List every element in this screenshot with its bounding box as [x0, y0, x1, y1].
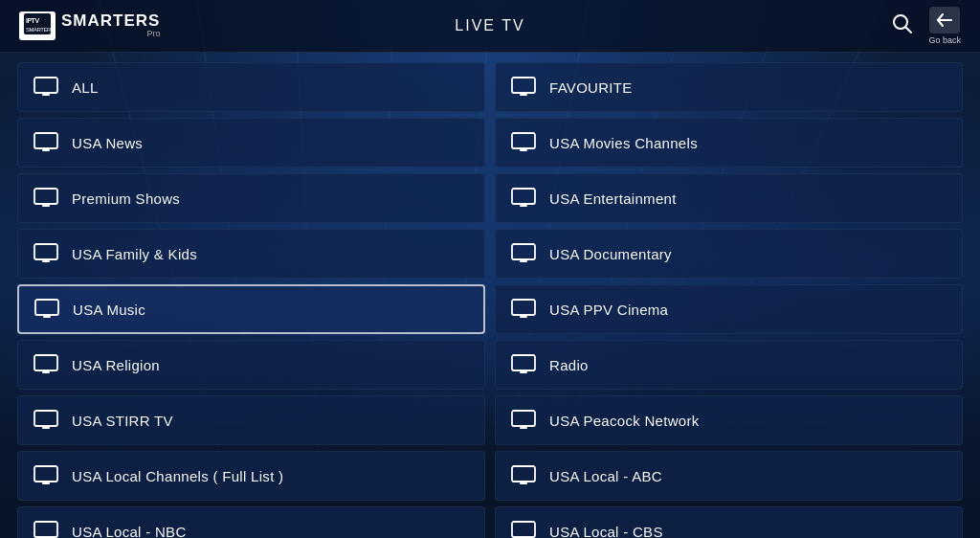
channel-name: FAVOURITE [549, 79, 633, 96]
channel-name: USA Peacock Network [549, 413, 700, 429]
svg-rect-57 [512, 522, 535, 537]
channel-name: USA Entertainment [549, 191, 677, 207]
go-back-label: Go back [928, 35, 961, 45]
logo-pro-text: Pro [61, 30, 160, 39]
svg-text:IPTV: IPTV [26, 17, 39, 24]
go-back-button[interactable]: Go back [928, 7, 961, 45]
tv-icon [33, 410, 58, 431]
logo-iptv: IPTV SMARTERS [19, 11, 56, 39]
tv-icon [511, 77, 536, 98]
svg-rect-18 [35, 300, 58, 315]
svg-rect-42 [512, 244, 535, 259]
channel-item-favourite[interactable]: FAVOURITE [495, 62, 963, 112]
left-column: ALL USA News Premium Shows USA Family & … [17, 62, 485, 528]
tv-icon [33, 465, 58, 486]
svg-rect-13 [42, 205, 50, 207]
main-content: ALL USA News Premium Shows USA Family & … [0, 53, 980, 538]
logo: IPTV SMARTERS SMARTERS Pro [19, 11, 160, 39]
svg-rect-28 [42, 482, 50, 484]
channel-item-usa-documentary[interactable]: USA Documentary [495, 229, 963, 279]
channel-item-usa-stirr-tv[interactable]: USA STIRR TV [17, 395, 485, 445]
svg-rect-21 [34, 355, 57, 370]
channel-item-usa-entertainment[interactable]: USA Entertainment [495, 173, 963, 223]
channel-name: USA Movies Channels [549, 135, 698, 151]
svg-rect-34 [520, 94, 527, 96]
channel-item-usa-peacock[interactable]: USA Peacock Network [495, 395, 963, 445]
channel-item-usa-local-abc[interactable]: USA Local - ABC [495, 451, 963, 501]
channel-name: Premium Shows [72, 191, 180, 207]
svg-rect-51 [512, 411, 535, 426]
channel-item-usa-family-kids[interactable]: USA Family & Kids [17, 229, 485, 279]
channel-item-usa-local-nbc[interactable]: USA Local - NBC [17, 506, 485, 538]
tv-icon [511, 188, 536, 209]
channel-name: ALL [72, 79, 99, 96]
svg-rect-39 [512, 189, 535, 204]
svg-rect-48 [512, 355, 535, 370]
tv-icon [33, 243, 58, 264]
tv-icon [511, 132, 536, 153]
go-back-icon [929, 7, 960, 34]
svg-rect-15 [34, 244, 57, 259]
logo-smarters-text: SMARTERS [61, 12, 160, 31]
svg-rect-46 [520, 316, 527, 318]
svg-rect-54 [512, 466, 535, 482]
svg-rect-52 [520, 427, 527, 429]
tv-icon [511, 521, 536, 538]
svg-line-4 [906, 27, 912, 33]
search-button[interactable] [892, 13, 913, 39]
header-actions: Go back [892, 7, 961, 45]
svg-rect-25 [42, 427, 50, 429]
svg-rect-16 [42, 260, 50, 262]
channel-item-premium-shows[interactable]: Premium Shows [17, 173, 485, 223]
tv-icon [34, 299, 59, 320]
channel-item-usa-ppv-cinema[interactable]: USA PPV Cinema [495, 284, 963, 334]
channel-item-usa-local-channels[interactable]: USA Local Channels ( Full List ) [17, 451, 485, 501]
svg-rect-9 [34, 133, 57, 148]
tv-icon [33, 354, 58, 375]
tv-icon [33, 188, 58, 209]
svg-rect-37 [520, 149, 527, 151]
channel-item-usa-movies[interactable]: USA Movies Channels [495, 118, 963, 168]
svg-rect-24 [34, 411, 57, 426]
channel-name: USA Documentary [549, 246, 672, 262]
header: IPTV SMARTERS SMARTERS Pro LIVE TV Go ba… [0, 0, 980, 53]
channel-name: USA Local - CBS [549, 524, 663, 539]
channel-name: USA Religion [72, 357, 160, 373]
svg-rect-45 [512, 300, 535, 315]
channel-item-usa-news[interactable]: USA News [17, 118, 485, 168]
svg-rect-22 [42, 371, 50, 373]
svg-rect-49 [520, 371, 527, 373]
svg-rect-10 [42, 149, 50, 151]
svg-rect-40 [520, 205, 527, 207]
svg-rect-55 [520, 482, 527, 484]
channel-item-usa-local-cbs[interactable]: USA Local - CBS [495, 506, 963, 538]
tv-icon [511, 354, 536, 375]
channel-item-all[interactable]: ALL [17, 62, 485, 112]
svg-rect-6 [34, 78, 57, 93]
channel-item-radio[interactable]: Radio [495, 340, 963, 390]
channel-name: USA Local - NBC [72, 524, 187, 539]
channel-item-usa-religion[interactable]: USA Religion [17, 340, 485, 390]
tv-icon [33, 77, 58, 98]
svg-rect-27 [34, 466, 57, 482]
svg-rect-43 [520, 260, 527, 262]
channel-name: USA PPV Cinema [549, 302, 668, 318]
tv-icon [511, 243, 536, 264]
channel-item-usa-music[interactable]: USA Music [17, 284, 485, 334]
svg-rect-19 [43, 316, 51, 318]
tv-icon [511, 410, 536, 431]
channel-name: Radio [549, 357, 589, 373]
tv-icon [33, 132, 58, 153]
channel-name: USA Local - ABC [549, 468, 662, 484]
svg-rect-12 [34, 189, 57, 204]
svg-rect-36 [512, 133, 535, 148]
svg-rect-7 [42, 94, 50, 96]
channel-name: USA News [72, 135, 143, 151]
channel-name: USA Local Channels ( Full List ) [72, 468, 283, 484]
tv-icon [511, 465, 536, 486]
right-column: FAVOURITE USA Movies Channels USA Entert… [495, 62, 963, 528]
page-title: LIVE TV [455, 17, 524, 34]
channel-name: USA Family & Kids [72, 246, 197, 262]
tv-icon [33, 521, 58, 538]
tv-icon [511, 299, 536, 320]
